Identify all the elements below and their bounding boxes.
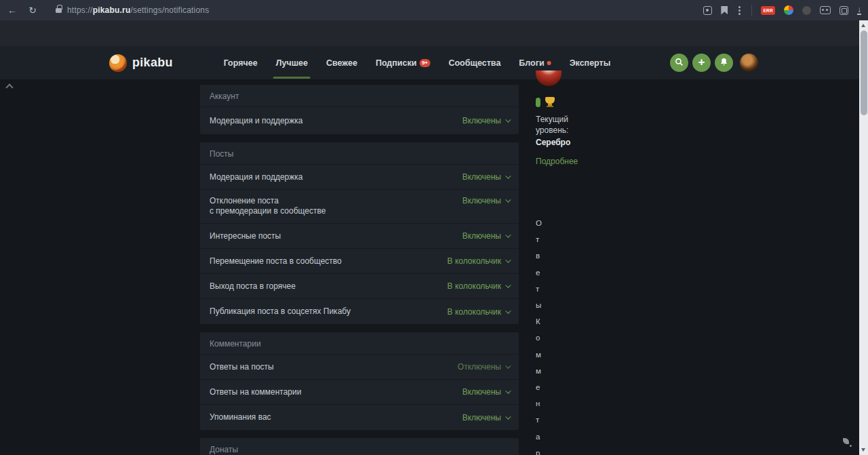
blogs-notification-dot bbox=[547, 61, 551, 65]
kebab-menu-icon[interactable] bbox=[738, 9, 741, 12]
level-icons bbox=[536, 96, 624, 107]
site-header: pikabu Горячее Лучшее Свежее Подписки9+ … bbox=[0, 46, 868, 79]
setting-label: Ответы на посты bbox=[210, 362, 274, 372]
setting-label: Модерация и поддержка bbox=[210, 116, 302, 126]
nav-fresh[interactable]: Свежее bbox=[326, 58, 357, 68]
setting-label: Ответы на комментарии bbox=[210, 387, 301, 397]
nav-subscriptions-label: Подписки bbox=[376, 58, 417, 68]
setting-label: Отклонение поста с премодерации в сообще… bbox=[210, 196, 326, 216]
lock-icon bbox=[56, 8, 62, 13]
sidebar-avatar[interactable] bbox=[536, 71, 561, 86]
setting-row: Ответы на комментарии Включены bbox=[200, 380, 519, 405]
setting-value-dropdown[interactable]: Включены bbox=[462, 172, 509, 182]
level-details-link[interactable]: Подробнее bbox=[536, 157, 578, 166]
setting-value-dropdown[interactable]: В колокольчик bbox=[448, 307, 509, 317]
user-avatar[interactable] bbox=[740, 54, 758, 72]
setting-value-dropdown[interactable]: Включены bbox=[462, 387, 509, 397]
bell-icon bbox=[719, 58, 728, 68]
nav-communities[interactable]: Сообщества bbox=[448, 58, 500, 68]
pikabu-logo[interactable]: pikabu bbox=[109, 46, 173, 79]
chevron-down-icon bbox=[505, 363, 511, 368]
scrollbar-up-arrow[interactable] bbox=[861, 24, 865, 27]
plus-icon: + bbox=[698, 56, 705, 68]
pinwheel-extension-icon[interactable] bbox=[784, 5, 793, 15]
setting-value-dropdown[interactable]: В колокольчик bbox=[448, 256, 509, 266]
extension-icon[interactable] bbox=[703, 6, 712, 15]
download-icon[interactable]: ↓ bbox=[857, 6, 861, 15]
setting-row: Упоминания вас Включены bbox=[200, 405, 519, 430]
scrollbar-down-arrow[interactable] bbox=[861, 448, 865, 452]
browser-toolbar-icons: ERR ↓ bbox=[703, 0, 861, 20]
section-title: Комментарии bbox=[200, 332, 519, 355]
chevron-down-icon bbox=[505, 173, 511, 178]
setting-label: Выход поста в горячее bbox=[210, 281, 296, 292]
setting-value-dropdown[interactable]: Включены bbox=[462, 231, 509, 241]
setting-row: Модерация и поддержка Включены bbox=[200, 107, 519, 134]
chevron-down-icon bbox=[505, 197, 511, 202]
top-band bbox=[0, 20, 868, 46]
nav-experts[interactable]: Эксперты bbox=[570, 58, 611, 68]
chevron-down-icon bbox=[505, 232, 511, 237]
nav-hot[interactable]: Горячее bbox=[224, 58, 258, 68]
pen-compose-icon[interactable] bbox=[842, 437, 852, 448]
chevron-down-icon bbox=[505, 117, 511, 122]
reading-list-icon[interactable] bbox=[840, 6, 848, 15]
nav-subscriptions[interactable]: Подписки9+ bbox=[376, 58, 431, 68]
err-extension-icon[interactable]: ERR bbox=[761, 6, 775, 15]
setting-value-dropdown[interactable]: Отключены bbox=[458, 362, 509, 372]
section-title: Посты bbox=[200, 142, 519, 165]
setting-value: Включены bbox=[462, 116, 501, 125]
reload-icon[interactable]: ↻ bbox=[24, 3, 41, 18]
settings-section-comments: Комментарии Ответы на посты Отключены От… bbox=[200, 332, 519, 430]
setting-value: Включены bbox=[462, 172, 501, 182]
chevron-down-icon bbox=[505, 308, 511, 313]
address-bar[interactable]: https://pikabu.ru/settings/notifications bbox=[67, 5, 209, 15]
create-post-button[interactable]: + bbox=[692, 54, 711, 72]
setting-value-dropdown[interactable]: Включены bbox=[462, 196, 509, 205]
disabled-extension-icon bbox=[802, 6, 811, 15]
header-actions: + bbox=[670, 46, 758, 79]
page-scrollbar[interactable] bbox=[859, 20, 868, 455]
settings-section-posts: Посты Модерация и поддержка Включены Отк… bbox=[200, 142, 519, 324]
bookmark-icon[interactable] bbox=[721, 6, 728, 15]
setting-value: Включены bbox=[462, 231, 501, 241]
subscriptions-count-badge: 9+ bbox=[419, 59, 430, 67]
chevron-down-icon bbox=[505, 282, 511, 288]
setting-row: Перемещение поста в сообщество В колокол… bbox=[200, 249, 519, 274]
pikabu-logo-text: pikabu bbox=[132, 56, 173, 70]
setting-value: В колокольчик bbox=[448, 281, 501, 291]
media-panel-icon[interactable] bbox=[820, 6, 831, 14]
scroll-to-top-icon[interactable] bbox=[6, 83, 12, 89]
scrollbar-thumb[interactable] bbox=[861, 31, 867, 115]
pen-dot-shape bbox=[850, 445, 852, 447]
setting-value: Включены bbox=[462, 413, 501, 422]
browser-chrome: ← ↻ https://pikabu.ru/settings/notificat… bbox=[0, 0, 868, 20]
notifications-button[interactable] bbox=[715, 54, 733, 72]
setting-label: Упоминания вас bbox=[210, 412, 271, 422]
setting-value: В колокольчик bbox=[448, 307, 501, 317]
current-level-value: Серебро bbox=[536, 138, 624, 147]
nav-best-label: Лучшее bbox=[276, 58, 308, 68]
setting-value: Включены bbox=[462, 387, 501, 397]
setting-row: Публикация поста в соцсетях Пикабу В кол… bbox=[200, 299, 519, 324]
chevron-down-icon bbox=[505, 414, 511, 419]
setting-label: Перемещение поста в сообщество bbox=[210, 256, 342, 266]
setting-value: Включены bbox=[462, 196, 501, 205]
setting-row: Ответы на посты Отключены bbox=[200, 355, 519, 380]
nav-fresh-label: Свежее bbox=[326, 58, 357, 68]
section-title: Донаты bbox=[200, 438, 519, 455]
setting-row: Выход поста в горячее В колокольчик bbox=[200, 274, 519, 299]
setting-value-dropdown[interactable]: Включены bbox=[462, 413, 509, 422]
setting-label: Публикация поста в соцсетях Пикабу bbox=[210, 306, 351, 317]
search-button[interactable] bbox=[670, 54, 688, 72]
nav-blogs[interactable]: Блоги bbox=[519, 58, 551, 68]
back-icon[interactable]: ← bbox=[4, 3, 20, 18]
setting-value-dropdown[interactable]: Включены bbox=[462, 116, 509, 125]
setting-row: Отклонение поста с премодерации в сообще… bbox=[200, 190, 519, 224]
setting-label: Интересные посты bbox=[210, 231, 281, 241]
setting-value: В колокольчик bbox=[448, 256, 501, 266]
notification-settings-panel: Аккаунт Модерация и поддержка Включены П… bbox=[200, 85, 519, 455]
setting-value-dropdown[interactable]: В колокольчик bbox=[448, 281, 509, 291]
nav-best[interactable]: Лучшее bbox=[276, 58, 308, 68]
url-path: /settings/notifications bbox=[130, 5, 209, 15]
